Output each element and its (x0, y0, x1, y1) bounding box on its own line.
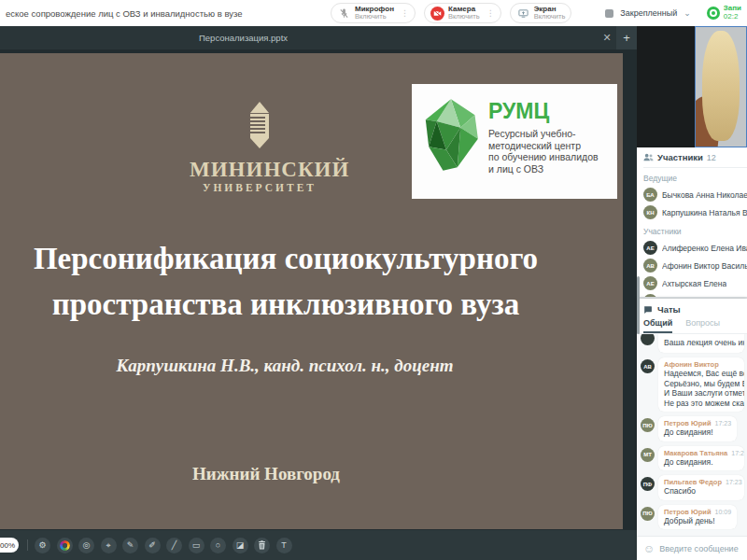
recording-indicator: Запи 02:2 (707, 5, 741, 21)
presentation-tab[interactable]: Персонализация.pptx (199, 33, 288, 43)
message-text: Добрый день! (664, 516, 731, 526)
text-tool-icon[interactable]: T (276, 538, 292, 553)
chat-header: Чаты (637, 299, 747, 318)
message-author: Пильгаев Федор (664, 478, 722, 486)
message-text: Надеемся, Вас ещё встре (664, 369, 739, 379)
message-text: И Ваши заслуги отметим (664, 388, 739, 399)
message-time: 17:23 (715, 420, 732, 427)
participant-name: Карпушкина Наталья Вик (662, 208, 747, 217)
participant-row[interactable]: АВ Афонин Виктор Васильев (643, 257, 747, 274)
avatar: БА (643, 188, 657, 202)
speaker-video-tile[interactable] (695, 26, 747, 147)
eraser-icon[interactable]: ◪ (233, 538, 248, 553)
slide-city: Нижний Новгород (0, 464, 570, 484)
avatar: КН (643, 205, 657, 219)
camera-button[interactable]: Камера Включить ⋮ (424, 3, 501, 23)
drawing-toolbar: 100% ⚙ ◎ ⌖ ✎ ✐ ╱ ▭ ○ ◪ T (0, 530, 637, 560)
rumc-gem-icon (419, 97, 483, 177)
tab-general[interactable]: Общий (643, 318, 672, 333)
tab-questions[interactable]: Вопросы (685, 318, 720, 333)
participant-row[interactable] (643, 292, 747, 297)
chat-message: Ваша лекция очень интер (641, 334, 747, 353)
presentation-area: Персонализация.pptx ✕ + МИНИНСКИЙ УНИВЕР… (0, 26, 637, 560)
screen-share-icon (516, 7, 530, 21)
rumc-desc-line: и лиц с ОВЗ (488, 163, 599, 175)
recording-time: 02:2 (724, 13, 741, 21)
layout-and-recording: Закрепленный ⌄ Запи 02:2 (605, 5, 741, 21)
line-icon[interactable]: ╱ (166, 538, 182, 553)
microphone-off-icon (337, 7, 351, 21)
message-text: Ваша лекция очень интер (664, 338, 744, 347)
slide-author: Карпушкина Н.В., канд. психол. н., доцен… (0, 356, 588, 376)
layout-select[interactable]: Закрепленный (620, 8, 677, 18)
participant-name: Бычкова Анна Николаевна (662, 190, 747, 200)
message-text: Не раз это можем сказат (664, 399, 739, 409)
chat-tabs: Общий Вопросы (637, 318, 747, 334)
recording-icon (707, 7, 720, 20)
av-controls: Микрофон Включить ⋮ Камера Включить ⋮ Эк… (331, 3, 571, 23)
participants-panel: Участники 12 Ведущие БА Бычкова Анна Ник… (637, 147, 747, 297)
move-icon[interactable]: ⌖ (101, 538, 117, 553)
avatar (643, 294, 657, 297)
avatar: ПФ (641, 477, 655, 491)
university-subtitle: УНИВЕРСИТЕТ (190, 182, 330, 193)
participant-row[interactable]: АЕ Ахтырская Елена (643, 274, 747, 292)
participant-row[interactable]: БА Бычкова Анна Николаевна (643, 186, 747, 203)
zoom-level[interactable]: 100% (0, 538, 19, 553)
message-text: Спасибо (664, 486, 739, 497)
camera-menu-icon[interactable]: ⋮ (484, 8, 495, 18)
slide-title: Персонификация социокультурного простран… (0, 236, 603, 328)
participant-row[interactable]: КН Карпушкина Наталья Вик (643, 203, 747, 221)
chevron-down-icon[interactable]: ⌄ (684, 8, 691, 18)
participants-header: Участники 12 (643, 152, 747, 168)
chat-input[interactable] (659, 544, 740, 553)
chat-messages: Ваша лекция очень интер АВ Афонин Виктор… (637, 334, 747, 536)
chat-message: ПЮ Петров Юрий 17:23 До свидания! (641, 416, 747, 441)
slide: МИНИНСКИЙ УНИВЕРСИТЕТ РУМЦ (0, 53, 623, 529)
attendees-section-label: Участники (643, 227, 747, 236)
pencil-icon[interactable]: ✎ (122, 538, 138, 553)
message-text: До свидания! (664, 427, 731, 438)
participant-name: Алиференко Елена Ивано (662, 244, 747, 253)
select-frame-icon[interactable]: ▭ (189, 538, 204, 553)
settings-icon[interactable]: ⚙ (35, 538, 50, 553)
chat-message: ПЮ Петров Юрий 10:09 Добрый день! (641, 505, 747, 530)
color-wheel-icon[interactable] (57, 538, 73, 553)
participant-name: Ахтырская Елена (662, 279, 726, 288)
message-author: Петров Юрий (664, 508, 712, 516)
laser-pointer-icon[interactable]: ◎ (78, 538, 94, 553)
avatar (641, 334, 655, 345)
microphone-sublabel: Включить (355, 13, 394, 21)
message-author: Петров Юрий (664, 419, 712, 427)
message-text: Серьёзно, мы будем Вас ж (664, 379, 739, 389)
camera-sublabel: Включить (448, 13, 480, 21)
pen-icon[interactable]: ✐ (145, 538, 161, 553)
participants-title: Участники (657, 152, 703, 162)
rumc-desc-line: методический центр (488, 140, 599, 152)
participant-row[interactable]: АЕ Алиференко Елена Ивано (643, 239, 747, 257)
sidebar: Участники 12 Ведущие БА Бычкова Анна Ник… (637, 26, 747, 560)
camera-off-icon (430, 7, 444, 21)
trash-icon[interactable] (254, 538, 270, 553)
avatar: АВ (643, 259, 657, 273)
slide-canvas: МИНИНСКИЙ УНИВЕРСИТЕТ РУМЦ (0, 49, 637, 530)
shape-icon[interactable]: ○ (210, 538, 226, 553)
message-author: Макарова Татьяна (664, 449, 727, 457)
close-presentation-icon[interactable]: ✕ (598, 32, 616, 44)
avatar: АВ (641, 359, 655, 373)
microphone-menu-icon[interactable]: ⋮ (398, 8, 409, 18)
add-presentation-icon[interactable]: + (616, 26, 637, 49)
screen-sublabel: Включить (534, 13, 566, 21)
participants-count: 12 (707, 153, 716, 162)
chat-message: МТ Макарова Татьяна 17:23 До свидания. (641, 446, 747, 471)
screen-share-button[interactable]: Экран Включить (510, 3, 572, 23)
chat-message: ПФ Пильгаев Федор 17:23 Спасибо (641, 475, 747, 500)
rumc-abbr: РУМЦ (488, 99, 549, 124)
sidebar-scrollbar[interactable] (637, 276, 640, 334)
slide-title-line2: пространства инклюзивного вуза (0, 282, 603, 328)
emoji-icon[interactable]: ☺ (643, 542, 655, 555)
avatar: ПЮ (641, 418, 655, 432)
microphone-button[interactable]: Микрофон Включить ⋮ (331, 3, 416, 23)
rumc-desc-line: по обучению инвалидов (488, 151, 599, 163)
message-text: До свидания. (664, 457, 739, 468)
